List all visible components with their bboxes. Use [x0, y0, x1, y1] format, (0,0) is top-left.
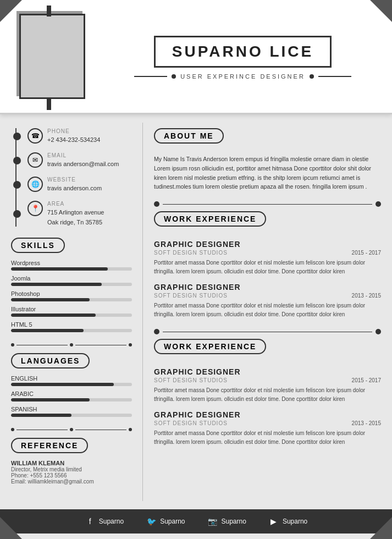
- name-text: SUPARNO LICE: [172, 43, 314, 61]
- ref-role: Director, Metrix media limited: [11, 466, 132, 472]
- skill-bar-bg: [11, 314, 132, 317]
- skill-bar-fill: [11, 314, 96, 317]
- social-instagram[interactable]: 📷 Suparno: [207, 516, 246, 527]
- job-years: 2013 - 2015: [352, 420, 381, 426]
- skill-bar-fill: [11, 298, 90, 301]
- email-info: Email travis anderson@mail.com: [47, 152, 119, 168]
- website-value: travis anderson.com: [47, 185, 102, 191]
- skill-item: HTML 5: [11, 321, 132, 332]
- section-divider-2: [154, 329, 381, 334]
- job-company: SOFT DESIGN STUDIOS: [154, 250, 228, 256]
- title-line-right: [318, 76, 351, 77]
- skill-label: Joomla: [11, 275, 132, 282]
- language-bar-fill: [11, 383, 114, 386]
- youtube-label: Suparno: [283, 518, 307, 525]
- email-icon: ✉: [27, 152, 43, 168]
- divider-dot-right: [376, 201, 381, 207]
- language-label: ENGLISH: [11, 375, 132, 382]
- skill-bar-bg: [11, 283, 132, 286]
- job-meta: SOFT DESIGN STUDIOS 2013 - 2015: [154, 420, 381, 426]
- language-bar-bg: [11, 383, 132, 386]
- photo-area: [16, 11, 93, 105]
- language-bar-bg: [11, 414, 132, 417]
- divider-dot-left: [154, 329, 159, 334]
- pin-top-icon: [47, 6, 51, 16]
- job-item: GRAPHIC DESIGNER SOFT DESIGN STUDIOS 201…: [154, 283, 381, 319]
- language-bar-bg: [11, 398, 132, 402]
- divider-line-center: [163, 332, 372, 332]
- work-experience-2: WORK EXPERIENCE GRAPHIC DESIGNER SOFT DE…: [154, 339, 381, 447]
- skill-label: Illustrator: [11, 306, 132, 312]
- phone-info: Phone +2 434-232-534234: [47, 128, 100, 144]
- resume-page: SUPARNO LICE USER EXPERINCE DESIGNER ☎: [0, 0, 392, 539]
- skill-bar-bg: [11, 298, 132, 301]
- area-item: 📍 Area 715 Arlington avenue Oak ridge, T…: [27, 201, 132, 227]
- left-column: ☎ Phone +2 434-232-534234 ✉ Email travis…: [0, 123, 143, 501]
- instagram-label: Suparno: [222, 518, 246, 525]
- divider-dot: [11, 428, 14, 431]
- corner-bl: [0, 517, 22, 539]
- job-years: 2015 - 2017: [352, 377, 381, 383]
- skill-item: Joomla: [11, 275, 132, 286]
- languages-list: ENGLISH ARABIC SPANISH: [11, 375, 132, 417]
- job-item: GRAPHIC DESIGNER SOFT DESIGN STUDIOS 201…: [154, 367, 381, 404]
- divider-line: [16, 430, 68, 430]
- skill-item: Illustrator: [11, 306, 132, 317]
- language-bar-fill: [11, 398, 90, 402]
- email-item: ✉ Email travis anderson@mail.com: [27, 152, 132, 168]
- right-column: ABOUT ME My Name Is Travis Anderson lore…: [143, 123, 392, 501]
- job-company: SOFT DESIGN STUDIOS: [154, 420, 228, 426]
- section-divider-1: [154, 201, 381, 207]
- corner-tr: [370, 0, 392, 22]
- job-item: GRAPHIC DESIGNER SOFT DESIGN STUDIOS 201…: [154, 410, 381, 447]
- job-title: GRAPHIC DESIGNER: [154, 367, 381, 376]
- divider-1: [11, 343, 132, 346]
- ref-name: WILLIAM KLEMAN: [11, 460, 132, 466]
- about-section: ABOUT ME My Name Is Travis Anderson lore…: [154, 128, 381, 191]
- email-label: Email: [47, 152, 119, 158]
- reference-badge: Reference: [11, 438, 88, 453]
- ref-phone: Phone: +555 123 5566: [11, 472, 132, 479]
- area-line1: 715 Arlington avenue: [47, 209, 104, 216]
- phone-value: +2 434-232-534234: [47, 136, 100, 143]
- skill-bar-fill: [11, 329, 84, 332]
- timeline-dot-website: [13, 181, 21, 189]
- footer: f Suparno 🐦 Suparno 📷 Suparno ▶ Suparno: [0, 509, 392, 534]
- header: SUPARNO LICE USER EXPERINCE DESIGNER: [0, 0, 392, 114]
- skill-label: Wordpress: [11, 260, 132, 266]
- skill-item: Photoshop: [11, 290, 132, 301]
- skill-bar-bg: [11, 267, 132, 271]
- email-value: travis anderson@mail.com: [47, 161, 119, 167]
- skills-badge: Skills: [11, 238, 65, 253]
- divider-line: [75, 345, 126, 345]
- main-content: ☎ Phone +2 434-232-534234 ✉ Email travis…: [0, 114, 392, 509]
- divider-2: [11, 428, 132, 431]
- twitter-icon: 🐦: [146, 516, 157, 527]
- website-item: 🌐 Website travis anderson.com: [27, 177, 132, 193]
- skills-section: Skills Wordpress Joomla Photoshop Illust…: [11, 238, 132, 332]
- skill-label: HTML 5: [11, 321, 132, 328]
- skill-label: Photoshop: [11, 290, 132, 297]
- job-meta: SOFT DESIGN STUDIOS 2013 - 2015: [154, 293, 381, 299]
- job-meta: SOFT DESIGN STUDIOS 2015 - 2017: [154, 377, 381, 383]
- work-exp-badge-2: WORK EXPERIENCE: [154, 339, 266, 354]
- website-icon: 🌐: [27, 177, 43, 192]
- twitter-label: Suparno: [160, 518, 185, 525]
- timeline-dot-phone: [13, 133, 21, 140]
- work-experience-1: WORK EXPERIENCE GRAPHIC DESIGNER SOFT DE…: [154, 211, 381, 319]
- divider-dot-left: [154, 201, 159, 207]
- social-facebook[interactable]: f Suparno: [85, 516, 124, 527]
- divider-line: [75, 430, 126, 430]
- language-label: ARABIC: [11, 391, 132, 397]
- languages-section: Languages ENGLISH ARABIC SPANISH: [11, 353, 132, 417]
- title-row: USER EXPERINCE DESIGNER: [134, 73, 351, 80]
- social-youtube[interactable]: ▶ Suparno: [268, 516, 307, 527]
- jobs2-list: GRAPHIC DESIGNER SOFT DESIGN STUDIOS 201…: [154, 367, 381, 447]
- pin-bottom-icon: [47, 99, 51, 110]
- job-meta: SOFT DESIGN STUDIOS 2015 - 2017: [154, 250, 381, 256]
- area-label: Area: [47, 201, 104, 207]
- name-box: SUPARNO LICE: [154, 36, 332, 68]
- name-area: SUPARNO LICE USER EXPERINCE DESIGNER: [110, 36, 376, 80]
- area-icon: 📍: [27, 201, 43, 216]
- social-twitter[interactable]: 🐦 Suparno: [146, 516, 185, 527]
